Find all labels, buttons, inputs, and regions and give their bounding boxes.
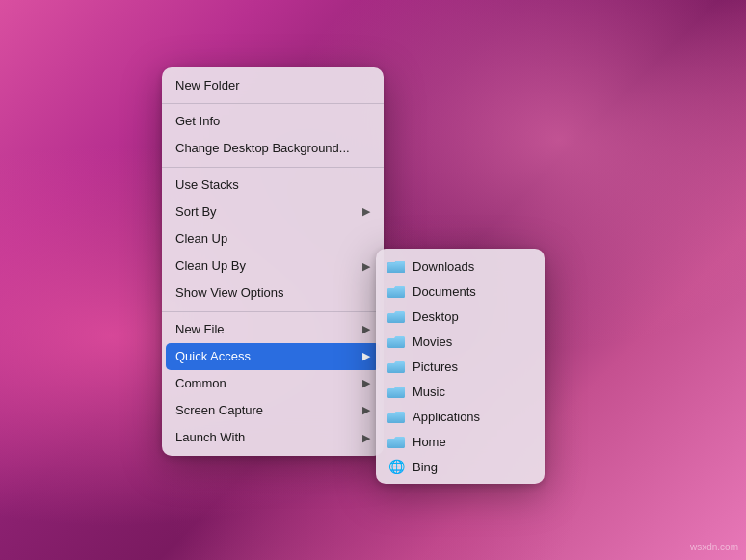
folder-icon — [387, 409, 405, 424]
menu-item-quick-access[interactable]: Quick Access ▶ — [166, 343, 380, 370]
context-menu: New Folder Get Info Change Desktop Backg… — [162, 67, 384, 456]
arrow-icon: ▶ — [362, 204, 370, 219]
submenu-item-applications[interactable]: Applications — [376, 404, 545, 429]
globe-icon: 🌐 — [387, 459, 405, 474]
menu-item-screen-capture[interactable]: Screen Capture ▶ — [162, 397, 384, 424]
arrow-icon: ▶ — [362, 322, 370, 336]
submenu-item-desktop[interactable]: Desktop — [376, 304, 545, 329]
menu-item-show-view-options[interactable]: Show View Options — [162, 280, 384, 307]
folder-icon — [387, 283, 405, 299]
folder-icon — [387, 258, 405, 274]
folder-icon — [387, 384, 405, 399]
folder-icon — [387, 308, 405, 324]
arrow-icon: ▶ — [362, 403, 370, 417]
menu-item-clean-up[interactable]: Clean Up — [162, 226, 384, 253]
menu-item-common[interactable]: Common ▶ — [162, 370, 384, 397]
arrow-icon: ▶ — [362, 431, 370, 445]
submenu-item-movies[interactable]: Movies — [376, 329, 545, 354]
menu-item-new-file[interactable]: New File ▶ — [162, 316, 384, 343]
submenu-quick-access: Downloads Documents — [376, 249, 545, 484]
submenu-item-bing[interactable]: 🌐 Bing — [376, 454, 545, 479]
submenu-item-music[interactable]: Music — [376, 379, 545, 404]
arrow-icon: ▶ — [362, 376, 370, 390]
menu-item-use-stacks[interactable]: Use Stacks — [162, 172, 384, 199]
submenu-item-downloads[interactable]: Downloads — [376, 253, 545, 279]
menu-item-get-info[interactable]: Get Info — [162, 108, 384, 135]
menu-item-sort-by[interactable]: Sort By ▶ — [162, 199, 384, 226]
menu-item-launch-with[interactable]: Launch With ▶ — [162, 424, 384, 451]
menu-item-clean-up-by[interactable]: Clean Up By ▶ — [162, 253, 384, 280]
arrow-icon: ▶ — [362, 259, 370, 274]
separator-1 — [162, 103, 384, 104]
watermark: wsxdn.com — [690, 542, 738, 552]
separator-3 — [162, 311, 384, 312]
arrow-icon: ▶ — [362, 349, 370, 363]
folder-icon — [387, 434, 405, 449]
menu-item-change-desktop-bg[interactable]: Change Desktop Background... — [162, 135, 384, 162]
submenu-item-pictures[interactable]: Pictures — [376, 354, 545, 379]
separator-2 — [162, 167, 384, 168]
menu-item-new-folder[interactable]: New Folder — [162, 72, 384, 99]
submenu-item-home[interactable]: Home — [376, 429, 545, 454]
submenu-item-documents[interactable]: Documents — [376, 279, 545, 304]
folder-icon — [387, 359, 405, 374]
folder-icon — [387, 333, 405, 349]
